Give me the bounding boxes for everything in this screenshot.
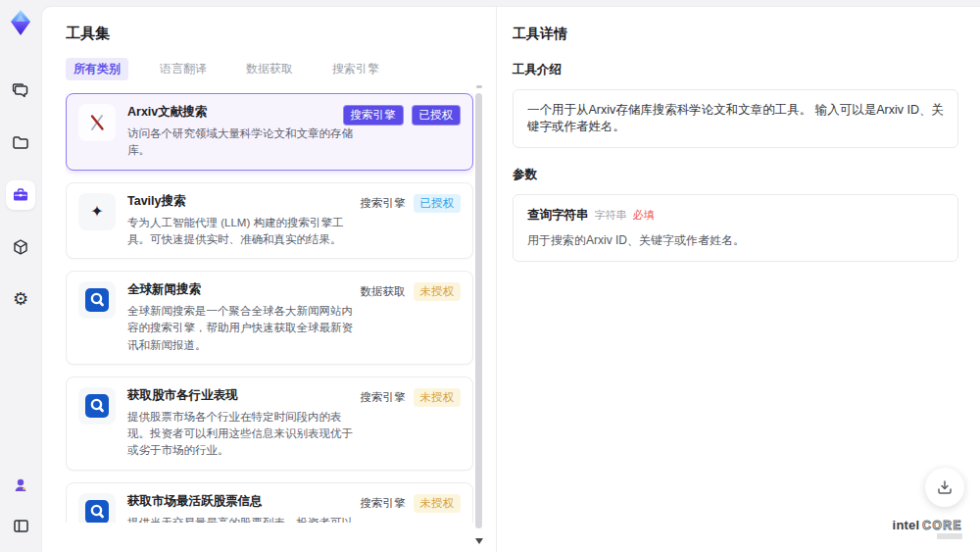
tool-auth-badge: 未授权 xyxy=(414,282,462,301)
tool-description: 提供股票市场各个行业在特定时间段内的表现。投资者可以利用这些信息来识别表现优于或… xyxy=(127,409,355,460)
tool-texts: 获取市场最活跃股票信息 提供当天交易量最高的股票列表。投资者可以利用这些信息来识… xyxy=(127,493,355,524)
details-title: 工具详情 xyxy=(513,25,958,43)
params-heading: 参数 xyxy=(513,167,958,183)
toolbox-icon[interactable] xyxy=(6,180,35,210)
tool-list-pane: 工具集 所有类别 语言翻译 数据获取 搜索引擎 ✦ Arxiv文献搜 xyxy=(66,7,473,552)
scroll-up-arrow[interactable] xyxy=(476,85,482,88)
tool-list-item[interactable]: ✦ 获取股市各行业表现 提供股票市场各个行业在特定时间段内的表现。投资者可以利用… xyxy=(66,376,473,471)
panel-toggle-icon[interactable] xyxy=(6,511,35,540)
cube-icon[interactable] xyxy=(6,232,35,262)
tool-list-item[interactable]: ✦ 获取市场最活跃股票信息 提供当天交易量最高的股票列表。投资者可以利用这些信息… xyxy=(66,482,473,524)
main-surface: 工具集 所有类别 语言翻译 数据获取 搜索引擎 ✦ Arxiv文献搜 xyxy=(41,6,980,552)
tool-logo-icon: ✦ xyxy=(78,493,116,524)
app-sidebar: ⚙ xyxy=(0,0,41,552)
parameter-description: 用于搜索的Arxiv ID、关键字或作者姓名。 xyxy=(527,232,944,249)
category-tab[interactable]: 数据获取 xyxy=(238,58,301,80)
tool-logo-icon: ✦ xyxy=(78,193,116,230)
category-tab-label: 所有类别 xyxy=(74,62,121,75)
tool-cards: ✦ Arxiv文献搜索 访问各个研究领域大量科学论文和文章的存储库。 搜索引擎 … xyxy=(66,93,473,523)
category-tabs: 所有类别 语言翻译 数据获取 搜索引擎 xyxy=(66,58,473,80)
tool-name: 获取市场最活跃股票信息 xyxy=(127,493,355,510)
brand-sub-mark xyxy=(937,533,962,539)
tool-tags: 搜索引擎 已授权 xyxy=(361,194,462,213)
tool-texts: 获取股市各行业表现 提供股票市场各个行业在特定时间段内的表现。投资者可以利用这些… xyxy=(127,387,355,460)
tool-logo-icon: ✦ xyxy=(78,281,116,319)
tool-auth-badge: 未授权 xyxy=(414,388,462,407)
tool-category-tag: 搜索引擎 xyxy=(361,196,406,211)
download-button[interactable] xyxy=(925,468,964,507)
category-tab[interactable]: 语言翻译 xyxy=(152,58,215,80)
parameter-card: 查询字符串字符串必填 用于搜索的Arxiv ID、关键字或作者姓名。 xyxy=(513,194,958,262)
tool-list-item[interactable]: ✦ Arxiv文献搜索 访问各个研究领域大量科学论文和文章的存储库。 搜索引擎 … xyxy=(66,93,473,171)
tool-auth-badge: 已授权 xyxy=(412,105,462,125)
tool-name: Tavily搜索 xyxy=(127,193,355,210)
tool-logo-icon: ✦ xyxy=(78,387,116,425)
avatar-icon[interactable] xyxy=(6,471,35,500)
tool-description: 提供当天交易量最高的股票列表。投资者可以利用这些信息来识别流动性强的股票和潜在的… xyxy=(127,515,355,524)
parameter-name: 查询字符串 xyxy=(527,208,589,222)
tool-name: Arxiv文献搜索 xyxy=(127,104,355,121)
sidebar-bottom xyxy=(6,471,35,540)
category-tab-label: 数据获取 xyxy=(246,62,293,75)
chat-icon[interactable] xyxy=(6,76,35,106)
tool-texts: Tavily搜索 专为人工智能代理 (LLM) 构建的搜索引擎工具。可快速提供实… xyxy=(127,193,355,249)
category-tab[interactable]: 所有类别 xyxy=(66,58,128,80)
tool-logo-icon: ✦ xyxy=(78,104,116,141)
brand-intel-text: intel xyxy=(893,518,920,532)
tool-tags: 数据获取 未授权 xyxy=(361,282,462,301)
tool-texts: 全球新闻搜索 全球新闻搜索是一个聚合全球各大新闻网站内容的搜索引擎，帮助用户快速… xyxy=(127,281,355,354)
tool-tags: 搜索引擎 已授权 xyxy=(343,105,462,125)
settings-icon[interactable]: ⚙ xyxy=(6,284,35,314)
parameter-required-badge: 必填 xyxy=(633,209,655,221)
category-tab[interactable]: 搜索引擎 xyxy=(324,58,387,80)
intel-core-logo: intel core xyxy=(893,518,962,539)
tool-auth-badge: 未授权 xyxy=(414,494,462,513)
tool-details-pane: 工具详情 工具介绍 一个用于从Arxiv存储库搜索科学论文和文章的工具。 输入可… xyxy=(496,7,980,552)
list-scrollbar[interactable] xyxy=(475,85,483,544)
tool-auth-badge: 已授权 xyxy=(414,194,462,213)
category-tab-label: 语言翻译 xyxy=(160,62,207,75)
folder-icon[interactable] xyxy=(6,128,35,158)
scrollbar-thumb[interactable] xyxy=(475,93,482,528)
category-tab-label: 搜索引擎 xyxy=(332,62,379,75)
tool-description: 全球新闻搜索是一个聚合全球各大新闻网站内容的搜索引擎，帮助用户快速获取全球最新资… xyxy=(127,303,355,354)
tool-name: 获取股市各行业表现 xyxy=(127,387,355,404)
parameter-type: 字符串 xyxy=(595,209,627,221)
tool-category-tag: 搜索引擎 xyxy=(361,496,406,511)
intro-box: 一个用于从Arxiv存储库搜索科学论文和文章的工具。 输入可以是Arxiv ID… xyxy=(513,89,958,148)
app-logo-gem-icon[interactable] xyxy=(6,8,35,37)
page-title: 工具集 xyxy=(66,25,473,43)
params-list: 查询字符串字符串必填 用于搜索的Arxiv ID、关键字或作者姓名。 xyxy=(513,194,958,262)
tool-name: 全球新闻搜索 xyxy=(127,281,355,298)
sidebar-nav: ⚙ xyxy=(6,76,35,314)
tool-list-item[interactable]: ✦ 全球新闻搜索 全球新闻搜索是一个聚合全球各大新闻网站内容的搜索引擎，帮助用户… xyxy=(66,271,473,365)
tool-tags: 搜索引擎 未授权 xyxy=(361,494,462,513)
tool-category-tag: 搜索引擎 xyxy=(361,390,406,405)
tool-description: 专为人工智能代理 (LLM) 构建的搜索引擎工具。可快速提供实时、准确和真实的结… xyxy=(127,215,355,249)
gear-glyph: ⚙ xyxy=(13,290,28,308)
brand-core-text: core xyxy=(922,519,962,532)
download-icon xyxy=(936,478,954,496)
tool-category-tag: 搜索引擎 xyxy=(343,105,404,125)
intro-heading: 工具介绍 xyxy=(513,62,958,78)
tool-texts: Arxiv文献搜索 访问各个研究领域大量科学论文和文章的存储库。 xyxy=(127,104,355,160)
tool-category-tag: 数据获取 xyxy=(361,284,406,299)
scroll-down-arrow[interactable] xyxy=(475,538,483,544)
tool-list-item[interactable]: ✦ Tavily搜索 专为人工智能代理 (LLM) 构建的搜索引擎工具。可快速提… xyxy=(66,182,473,260)
tool-tags: 搜索引擎 未授权 xyxy=(361,388,462,407)
tool-description: 访问各个研究领域大量科学论文和文章的存储库。 xyxy=(127,125,355,160)
tavily-star-icon: ✦ xyxy=(90,204,103,220)
